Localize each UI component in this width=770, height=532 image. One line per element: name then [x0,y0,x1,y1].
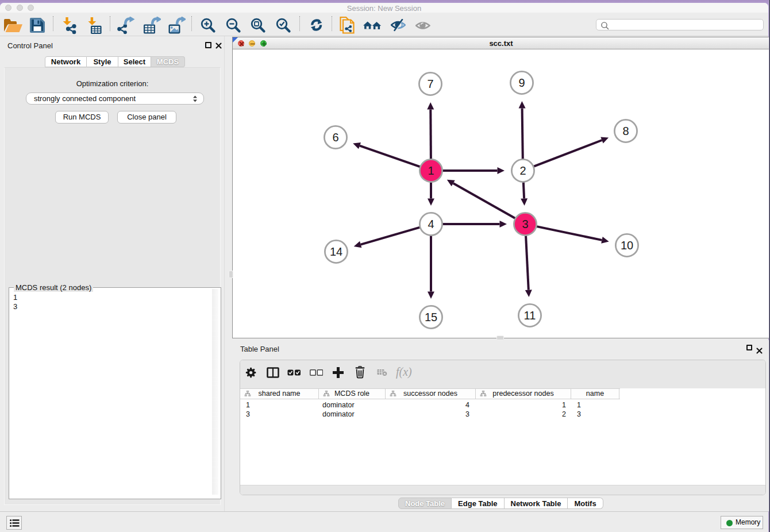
svg-text:7: 7 [427,78,433,90]
svg-text:11: 11 [524,309,536,322]
svg-text:1: 1 [428,164,434,177]
svg-text:9: 9 [518,76,525,89]
svg-text:8: 8 [622,125,629,137]
svg-text:10: 10 [621,239,633,252]
svg-text:2: 2 [519,164,526,177]
svg-text:6: 6 [332,131,338,144]
svg-text:3: 3 [522,218,528,230]
svg-text:14: 14 [330,245,342,258]
svg-text:15: 15 [425,311,437,323]
svg-text:4: 4 [428,218,434,230]
